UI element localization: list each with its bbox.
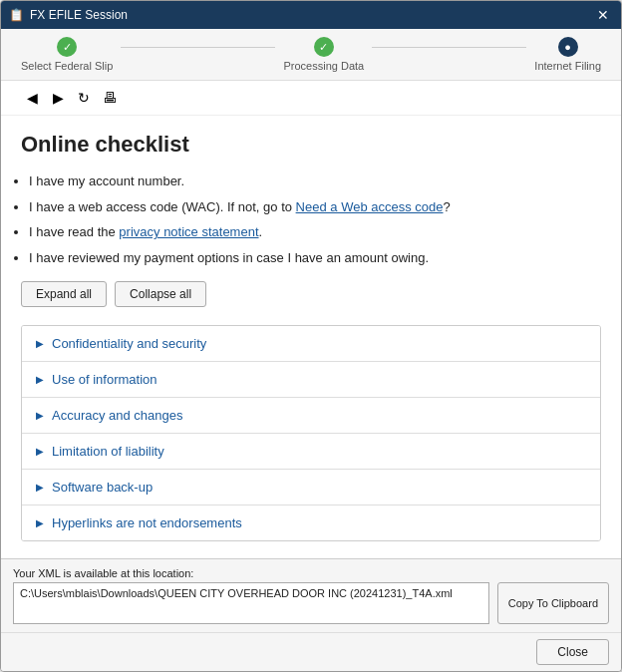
accordion-header-2[interactable]: ▶ Accuracy and changes bbox=[22, 398, 600, 433]
step-processing-data: ✓ Processing Data bbox=[283, 37, 364, 72]
accordion-arrow-1: ▶ bbox=[36, 374, 44, 385]
close-button[interactable]: Close bbox=[536, 639, 609, 665]
accordion-item-5[interactable]: ▶ Hyperlinks are not endorsements bbox=[22, 505, 600, 540]
titlebar-title: 📋 FX EFILE Session bbox=[9, 8, 128, 22]
accordion-arrow-0: ▶ bbox=[36, 338, 44, 349]
xml-path-label: Your XML is available at this location: bbox=[13, 567, 609, 579]
expand-all-button[interactable]: Expand all bbox=[21, 281, 107, 307]
content-area: Online checklist I have my account numbe… bbox=[1, 116, 621, 558]
accordion-header-3[interactable]: ▶ Limitation of liability bbox=[22, 434, 600, 469]
step-icon-2: ● bbox=[558, 37, 578, 57]
accordion-label-4: Software back-up bbox=[52, 480, 153, 495]
step-icon-1: ✓ bbox=[314, 37, 334, 57]
accordion-label-0: Confidentiality and security bbox=[52, 336, 206, 351]
titlebar-text: FX EFILE Session bbox=[30, 8, 128, 22]
accordion-label-2: Accuracy and changes bbox=[52, 408, 183, 423]
step-label-0: Select Federal Slip bbox=[21, 60, 113, 72]
accordion-list: ▶ Confidentiality and security ▶ Use of … bbox=[21, 325, 601, 541]
accordion-header-0[interactable]: ▶ Confidentiality and security bbox=[22, 326, 600, 361]
xml-path-input[interactable] bbox=[13, 582, 489, 624]
checklist-text-3: I have reviewed my payment options in ca… bbox=[29, 250, 429, 265]
toolbar-print-button[interactable]: 🖶 bbox=[99, 87, 121, 109]
accordion-arrow-5: ▶ bbox=[36, 517, 44, 528]
step-label-1: Processing Data bbox=[283, 60, 364, 72]
checklist-item-3: I have reviewed my payment options in ca… bbox=[29, 248, 601, 268]
checklist-item-1: I have a web access code (WAC). If not, … bbox=[29, 197, 601, 217]
step-select-federal-slip: ✓ Select Federal Slip bbox=[21, 37, 113, 72]
xml-path-panel: Your XML is available at this location: … bbox=[1, 558, 621, 632]
accordion-label-1: Use of information bbox=[52, 372, 157, 387]
accordion-arrow-4: ▶ bbox=[36, 482, 44, 493]
expand-collapse-group: Expand all Collapse all bbox=[21, 281, 601, 307]
accordion-label-5: Hyperlinks are not endorsements bbox=[52, 515, 242, 530]
titlebar-icon: 📋 bbox=[9, 8, 24, 22]
accordion-header-1[interactable]: ▶ Use of information bbox=[22, 362, 600, 397]
copy-clipboard-button[interactable]: Copy To Clipboard bbox=[497, 582, 609, 624]
main-window: 📋 FX EFILE Session ✕ ✓ Select Federal Sl… bbox=[0, 0, 622, 672]
accordion-header-4[interactable]: ▶ Software back-up bbox=[22, 470, 600, 504]
step-connector-1 bbox=[372, 47, 526, 48]
checklist-text-2: I have read the bbox=[29, 224, 119, 239]
wizard-steps: ✓ Select Federal Slip ✓ Processing Data … bbox=[1, 29, 621, 81]
accordion-header-5[interactable]: ▶ Hyperlinks are not endorsements bbox=[22, 505, 600, 540]
step-connector-0 bbox=[121, 47, 275, 48]
page-title: Online checklist bbox=[21, 132, 601, 158]
accordion-item-0[interactable]: ▶ Confidentiality and security bbox=[22, 326, 600, 362]
privacy-link[interactable]: privacy notice statement bbox=[119, 224, 258, 239]
titlebar: 📋 FX EFILE Session ✕ bbox=[1, 1, 621, 29]
checklist-list: I have my account number. I have a web a… bbox=[29, 171, 601, 267]
toolbar-back-button[interactable]: ◀ bbox=[21, 87, 43, 109]
checklist-item-0: I have my account number. bbox=[29, 171, 601, 191]
toolbar: ◀ ▶ ↻ 🖶 bbox=[1, 81, 621, 116]
accordion-item-3[interactable]: ▶ Limitation of liability bbox=[22, 434, 600, 470]
titlebar-close-button[interactable]: ✕ bbox=[593, 6, 613, 24]
checklist-text-1: I have a web access code (WAC). If not, … bbox=[29, 199, 296, 214]
checklist-item-2: I have read the privacy notice statement… bbox=[29, 222, 601, 242]
dialog-footer: Close bbox=[1, 632, 621, 671]
toolbar-forward-button[interactable]: ▶ bbox=[47, 87, 69, 109]
checklist-text-0: I have my account number. bbox=[29, 173, 184, 188]
step-label-2: Internet Filing bbox=[534, 60, 601, 72]
toolbar-refresh-button[interactable]: ↻ bbox=[73, 87, 95, 109]
step-icon-0: ✓ bbox=[57, 37, 77, 57]
accordion-label-3: Limitation of liability bbox=[52, 444, 164, 459]
accordion-item-1[interactable]: ▶ Use of information bbox=[22, 362, 600, 398]
accordion-arrow-2: ▶ bbox=[36, 410, 44, 421]
accordion-item-2[interactable]: ▶ Accuracy and changes bbox=[22, 398, 600, 434]
xml-path-row: Copy To Clipboard bbox=[13, 582, 609, 624]
step-internet-filing: ● Internet Filing bbox=[534, 37, 601, 72]
accordion-arrow-3: ▶ bbox=[36, 446, 44, 457]
wac-link[interactable]: Need a Web access code bbox=[296, 199, 444, 214]
accordion-item-4[interactable]: ▶ Software back-up bbox=[22, 470, 600, 505]
collapse-all-button[interactable]: Collapse all bbox=[115, 281, 206, 307]
